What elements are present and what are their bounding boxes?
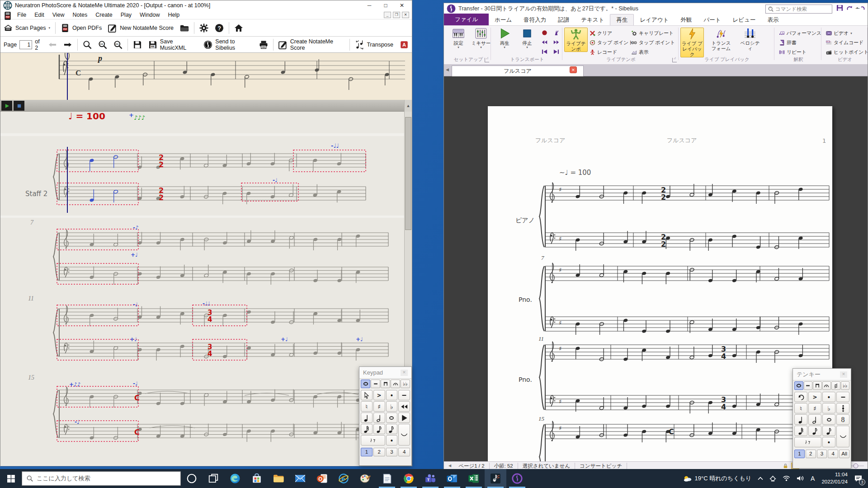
ribbon-tab-外観[interactable]: 外観	[675, 14, 698, 25]
keypad-page-1[interactable]: 1	[361, 448, 373, 456]
zoom-200-button[interactable]: 200	[110, 38, 126, 52]
home-button[interactable]	[231, 21, 246, 35]
menu-view[interactable]: View	[48, 10, 69, 19]
taskbar-app-photoscore[interactable]	[485, 469, 506, 488]
tenkey-tab-beamed-notes[interactable]	[813, 381, 822, 390]
keypad-key-pointer[interactable]	[361, 390, 373, 400]
taskbar-app-mail[interactable]	[289, 469, 311, 488]
dropdown-icon[interactable]: ▾	[526, 46, 528, 49]
undo-dropdown-icon[interactable]: ▾	[856, 6, 858, 10]
undo-icon[interactable]	[846, 5, 854, 11]
taskbar-app-cortana[interactable]	[181, 469, 203, 488]
tenkey-key-half-note[interactable]	[808, 414, 821, 425]
taskbar-app-chrome[interactable]	[398, 469, 420, 488]
taskbar-app-store[interactable]	[246, 469, 268, 488]
mdi-minimize-button[interactable]: _	[384, 12, 391, 18]
ribbon-button-ビデオ[interactable]: ビデオ▾	[826, 29, 852, 38]
taskbar-search-input[interactable]: ここに入力して検索	[22, 471, 181, 486]
keypad-key-sixteenth-note[interactable]	[361, 424, 373, 434]
transport-to-end-button[interactable]	[551, 47, 561, 56]
keypad-key-half-note[interactable]	[373, 413, 385, 423]
menu-edit[interactable]: Edit	[30, 10, 48, 19]
keypad-key-dot2[interactable]: •	[386, 435, 398, 446]
ribbon-button-再生[interactable]: 再生▾	[493, 28, 516, 49]
tenkey-key-sharp[interactable]: ♯	[808, 403, 821, 413]
ribbon-button-ライブテンポ[interactable]: ライブテンポ	[564, 28, 588, 52]
tenkey-page-1[interactable]: 1	[794, 450, 805, 458]
ribbon-button-リピート[interactable]: リピート	[779, 48, 807, 56]
tenkey-tab-fermata[interactable]	[822, 381, 831, 390]
keypad-page-4[interactable]: 4	[398, 448, 410, 456]
dropdown-icon[interactable]: ▾	[458, 46, 459, 49]
zoom-100-button[interactable]: 100	[95, 38, 110, 52]
status-item-3[interactable]: コンサートピッチ	[575, 463, 627, 469]
menu-notes[interactable]: Notes	[69, 10, 92, 19]
stop-button[interactable]	[14, 101, 24, 111]
start-button[interactable]	[0, 469, 22, 488]
play-button[interactable]	[1, 101, 12, 111]
keypad-key-tenuto-key[interactable]	[398, 390, 410, 400]
ribbon-tab-再生[interactable]: 再生	[610, 14, 634, 25]
keypad-title-bar[interactable]: Keypad✕	[359, 367, 411, 379]
keypad-close-icon[interactable]: ✕	[401, 370, 408, 376]
taskbar-app-paint[interactable]	[354, 469, 376, 488]
status-item-2[interactable]: 選択されていません	[518, 463, 575, 469]
print-button[interactable]	[256, 38, 271, 52]
ribbon-tab-表示[interactable]: 表示	[761, 14, 784, 25]
ribbon-button-停止[interactable]: 停止▾	[515, 28, 539, 49]
dropdown-icon[interactable]: ▾	[480, 46, 482, 49]
keypad-key-accent[interactable]: >	[373, 390, 385, 400]
ribbon-button-パフォーマンス[interactable]: パフォーマンス	[779, 29, 821, 38]
keypad-key-play[interactable]	[398, 413, 410, 423]
ribbon-tab-パート[interactable]: パート	[698, 14, 726, 25]
previous-page-button[interactable]	[45, 38, 60, 52]
menu-create[interactable]: Create	[91, 10, 117, 19]
ribbon-button-トランスフォーム[interactable]: トランスフォーム	[709, 28, 733, 51]
tenkey-page-2[interactable]: 2	[806, 450, 816, 458]
tenkey-key-whole-note-key[interactable]	[822, 414, 835, 425]
taskbar-app-outlook[interactable]	[441, 469, 463, 488]
mdi-restore-button[interactable]: ❐	[393, 12, 400, 18]
tenkey-tab-tremolo[interactable]	[831, 381, 840, 390]
ribbon-button-レコード[interactable]: レコード	[590, 48, 617, 56]
ribbon-button-タップ ポイント[interactable]: タップ ポイント	[590, 38, 633, 47]
dropdown-icon[interactable]: ▾	[850, 32, 852, 35]
keypad-tab-tenuto[interactable]	[371, 380, 380, 388]
tenkey-tab-tenuto[interactable]	[804, 381, 813, 390]
transport-metronome-button[interactable]	[551, 28, 561, 37]
page-number-input[interactable]	[19, 40, 32, 49]
taskbar-app-sibelius[interactable]	[506, 469, 528, 488]
scan-pages-button[interactable]: Scan Pages▾	[0, 21, 53, 35]
menu-window[interactable]: Window	[136, 10, 164, 19]
transport-record-button[interactable]	[539, 28, 550, 37]
transport-to-start-button[interactable]	[539, 47, 550, 56]
lock-icon[interactable]	[782, 463, 790, 469]
tenkey-key-accent[interactable]: >	[808, 392, 821, 402]
ribbon-button-タップ ポイント[interactable]: タップ ポイント	[631, 38, 675, 47]
keypad-key-sharp[interactable]: ♯	[373, 401, 385, 412]
ribbon-tab-レイアウト[interactable]: レイアウト	[634, 14, 675, 25]
score-output-area[interactable]	[0, 112, 412, 465]
keypad-tab-fermata[interactable]	[391, 380, 400, 388]
scan-pages-button-dropdown-icon[interactable]: ▾	[48, 26, 50, 30]
taskbar-app-ie[interactable]: e	[333, 469, 354, 488]
tenkey-key-dot[interactable]: •	[822, 392, 835, 402]
keypad-key-quarter-note[interactable]	[361, 413, 373, 423]
tenkey-title-bar[interactable]: テンキー✕	[793, 369, 851, 380]
tenkey-key-quarter-note[interactable]	[794, 414, 807, 425]
taskbar-app-edge[interactable]	[224, 469, 246, 488]
open-folder-button[interactable]	[177, 21, 192, 35]
volume-icon[interactable]	[793, 469, 807, 488]
keypad-page-2[interactable]: 2	[373, 448, 385, 456]
tab-scroll-left-icon[interactable]: ◀	[446, 67, 449, 72]
dialog-launcher-icon[interactable]	[485, 58, 489, 62]
ribbon-tab-記譜[interactable]: 記譜	[552, 14, 575, 25]
keypad-key-rests[interactable]	[361, 435, 385, 446]
help-button[interactable]: ?	[212, 21, 227, 35]
ribbon-button-クリア[interactable]: クリア	[590, 29, 612, 38]
keypad-tab-whole-note[interactable]	[361, 380, 370, 388]
ribbon-button-ベロシティ[interactable]: ベロシティ	[738, 28, 762, 51]
transport-rewind-p-button[interactable]	[539, 38, 550, 46]
dropdown-icon[interactable]: ▾	[504, 46, 505, 49]
keypad-key-natural[interactable]: ♮	[361, 401, 373, 412]
